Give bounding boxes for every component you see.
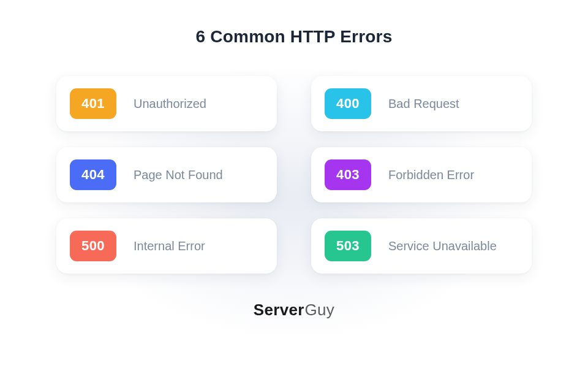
error-code-badge: 404	[70, 159, 116, 190]
brand-logo: ServerGuy	[254, 301, 334, 320]
error-code-badge: 400	[325, 88, 371, 119]
brand-strong-text: Server	[254, 301, 304, 320]
error-name-label: Internal Error	[134, 239, 205, 253]
error-card-403: 403 Forbidden Error	[311, 147, 532, 202]
error-name-label: Unauthorized	[134, 97, 206, 111]
error-name-label: Page Not Found	[134, 168, 223, 182]
error-code-badge: 500	[70, 231, 116, 261]
error-name-label: Service Unavailable	[388, 239, 497, 253]
error-card-500: 500 Internal Error	[56, 218, 277, 274]
error-name-label: Forbidden Error	[388, 168, 474, 182]
error-grid: 401 Unauthorized 400 Bad Request 404 Pag…	[56, 76, 532, 274]
error-card-404: 404 Page Not Found	[56, 147, 277, 202]
error-card-401: 401 Unauthorized	[56, 76, 277, 131]
error-name-label: Bad Request	[388, 97, 459, 111]
error-code-badge: 403	[325, 159, 371, 190]
brand-light-text: Guy	[305, 301, 335, 320]
error-card-503: 503 Service Unavailable	[311, 218, 532, 274]
page: 6 Common HTTP Errors 401 Unauthorized 40…	[0, 0, 588, 368]
error-code-badge: 503	[325, 231, 371, 261]
error-card-400: 400 Bad Request	[311, 76, 532, 131]
page-title: 6 Common HTTP Errors	[196, 27, 393, 47]
error-code-badge: 401	[70, 88, 116, 119]
